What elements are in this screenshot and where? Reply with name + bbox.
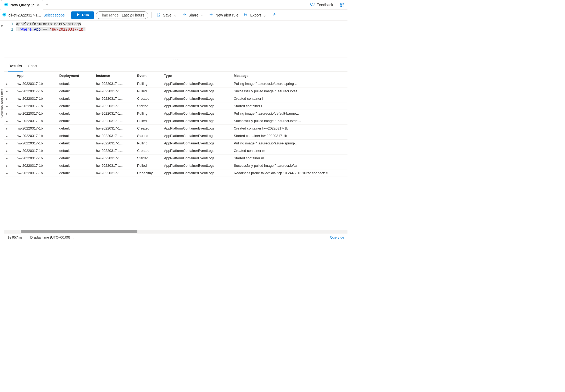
- cell-app: hw-20220317-1b: [14, 125, 57, 132]
- chevron-right-icon[interactable]: ▸: [6, 172, 8, 175]
- query-editor[interactable]: 1 2 AppPlatformContainerEventLogs | wher…: [4, 21, 347, 57]
- cell-message: Created container m: [231, 147, 347, 155]
- cell-event: Pulling: [134, 80, 161, 87]
- svg-rect-4: [341, 6, 342, 6]
- select-scope-link[interactable]: Select scope: [43, 13, 65, 17]
- col-type[interactable]: Type: [161, 72, 231, 80]
- table-row[interactable]: ▸hw-20220317-1bdefaulthw-20220317-1…Pull…: [4, 80, 347, 87]
- cell-message: Readiness probe failed: dial tcp 10.244.…: [231, 169, 347, 177]
- feedback-label: Feedback: [317, 3, 333, 7]
- chevron-down-icon: ⌄: [263, 13, 266, 17]
- col-app[interactable]: App: [14, 72, 57, 80]
- cell-message: Started container i: [231, 102, 347, 110]
- table-row[interactable]: ▸hw-20220317-1bdefaulthw-20220317-1…Crea…: [4, 125, 347, 132]
- chevron-right-icon[interactable]: ▸: [6, 82, 8, 85]
- tab-bar: New Query 1* × + Feedback: [0, 0, 347, 10]
- cell-deployment: default: [57, 102, 93, 110]
- cell-deployment: default: [57, 95, 93, 102]
- table-row[interactable]: ▸hw-20220317-1bdefaulthw-20220317-1…Crea…: [4, 95, 347, 102]
- table-row[interactable]: ▸hw-20220317-1bdefaulthw-20220317-1…Unhe…: [4, 169, 347, 177]
- table-row[interactable]: ▸hw-20220317-1bdefaulthw-20220317-1…Star…: [4, 132, 347, 140]
- chevron-down-icon: ⌄: [174, 13, 177, 17]
- new-tab-button[interactable]: +: [43, 1, 51, 9]
- cell-event: Created: [134, 147, 161, 155]
- chevron-right-icon[interactable]: ▸: [6, 97, 8, 100]
- table-row[interactable]: ▸hw-20220317-1bdefaulthw-20220317-1…Crea…: [4, 147, 347, 155]
- chevron-right-icon[interactable]: ▸: [6, 112, 8, 115]
- cell-type: AppPlatformContainerEventLogs: [161, 95, 231, 102]
- logs-icon: [4, 2, 8, 7]
- run-button[interactable]: Run: [71, 11, 94, 19]
- editor-code[interactable]: AppPlatformContainerEventLogs | where Ap…: [16, 22, 347, 57]
- table-row[interactable]: ▸hw-20220317-1bdefaulthw-20220317-1…Star…: [4, 102, 347, 110]
- col-event[interactable]: Event: [134, 72, 161, 80]
- chevron-right-icon[interactable]: ▸: [6, 127, 8, 130]
- cell-app: hw-20220317-1b: [14, 87, 57, 95]
- scope-name[interactable]: cli-et-20220317-1…: [9, 13, 41, 17]
- table-row[interactable]: ▸hw-20220317-1bdefaulthw-20220317-1…Star…: [4, 155, 347, 162]
- tab-chart[interactable]: Chart: [27, 62, 38, 71]
- new-alert-rule-button[interactable]: New alert rule: [207, 11, 240, 19]
- export-button[interactable]: Export ⌄: [242, 11, 268, 19]
- table-row[interactable]: ▸hw-20220317-1bdefaulthw-20220317-1…Pull…: [4, 162, 347, 169]
- rail-label[interactable]: Schema and Filter: [0, 89, 4, 118]
- query-timing: 1s 957ms: [7, 235, 22, 239]
- cell-event: Created: [134, 125, 161, 132]
- cell-message: Created container i: [231, 95, 347, 102]
- chevron-right-icon[interactable]: ▸: [6, 120, 8, 123]
- col-message[interactable]: Message: [231, 72, 347, 80]
- cell-instance: hw-20220317-1…: [93, 95, 134, 102]
- save-button[interactable]: Save ⌄: [155, 11, 178, 19]
- editor-results-splitter[interactable]: [4, 57, 347, 62]
- display-time-button[interactable]: Display time (UTC+00:00) ⌄: [30, 235, 75, 239]
- cell-app: hw-20220317-1b: [14, 132, 57, 140]
- table-row[interactable]: ▸hw-20220317-1bdefaulthw-20220317-1…Pull…: [4, 87, 347, 95]
- cell-type: AppPlatformContainerEventLogs: [161, 162, 231, 169]
- pin-button[interactable]: [270, 11, 277, 19]
- queries-icon[interactable]: [339, 1, 346, 8]
- cell-message: Started container m: [231, 155, 347, 162]
- plus-icon: [209, 12, 213, 18]
- horizontal-scrollbar[interactable]: [4, 230, 347, 233]
- svg-rect-11: [158, 13, 159, 14]
- query-details-link[interactable]: Query de: [330, 235, 344, 239]
- divider: [68, 12, 68, 18]
- cell-deployment: default: [57, 147, 93, 155]
- col-instance[interactable]: Instance: [93, 72, 134, 80]
- svg-marker-10: [77, 13, 79, 16]
- table-row[interactable]: ▸hw-20220317-1bdefaulthw-20220317-1…Pull…: [4, 110, 347, 117]
- chevron-right-icon[interactable]: ▸: [6, 90, 8, 93]
- left-rail: » Schema and Filter: [0, 21, 4, 241]
- cell-type: AppPlatformContainerEventLogs: [161, 87, 231, 95]
- cell-instance: hw-20220317-1…: [93, 132, 134, 140]
- cell-event: Started: [134, 102, 161, 110]
- chevron-right-icon[interactable]: ▸: [6, 105, 8, 108]
- chevron-right-icon[interactable]: ▸: [6, 164, 8, 167]
- svg-rect-9: [3, 14, 5, 15]
- share-button[interactable]: Share ⌄: [181, 11, 205, 19]
- table-row[interactable]: ▸hw-20220317-1bdefaulthw-20220317-1…Pull…: [4, 140, 347, 147]
- close-icon[interactable]: ×: [36, 3, 40, 7]
- query-tab[interactable]: New Query 1* ×: [1, 0, 43, 10]
- expand-rail-button[interactable]: »: [1, 23, 3, 28]
- status-bar: 1s 957ms Display time (UTC+00:00) ⌄ Quer…: [4, 233, 347, 241]
- chevron-right-icon[interactable]: ▸: [6, 149, 8, 152]
- feedback-button[interactable]: Feedback: [308, 1, 335, 9]
- cell-type: AppPlatformContainerEventLogs: [161, 155, 231, 162]
- table-row[interactable]: ▸hw-20220317-1bdefaulthw-20220317-1…Pull…: [4, 117, 347, 125]
- time-range-button[interactable]: Time range : Last 24 hours: [96, 11, 148, 19]
- cell-message: Pulling image " .azurecr.io/azure-spring…: [231, 80, 347, 87]
- cell-app: hw-20220317-1b: [14, 140, 57, 147]
- scrollbar-thumb[interactable]: [21, 230, 137, 233]
- chevron-right-icon[interactable]: ▸: [6, 157, 8, 160]
- col-deployment[interactable]: Deployment: [57, 72, 93, 80]
- cell-deployment: default: [57, 87, 93, 95]
- cell-event: Started: [134, 155, 161, 162]
- tab-results[interactable]: Results: [8, 62, 23, 72]
- chevron-right-icon[interactable]: ▸: [6, 142, 8, 145]
- divider: [152, 12, 152, 18]
- play-icon: [76, 13, 80, 17]
- chevron-down-icon: ⌄: [200, 13, 204, 17]
- chevron-right-icon[interactable]: ▸: [6, 135, 8, 137]
- cell-type: AppPlatformContainerEventLogs: [161, 140, 231, 147]
